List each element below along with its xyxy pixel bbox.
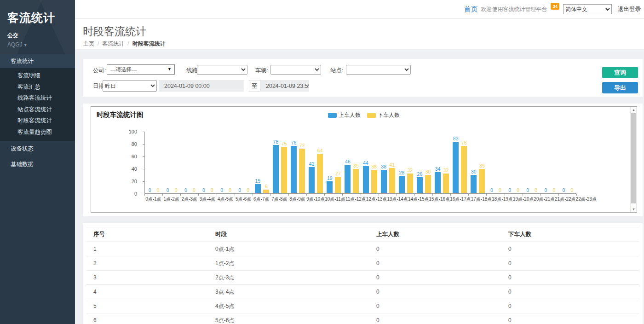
date-end-input[interactable] (260, 80, 309, 92)
table-row: 65点-6点00 (86, 313, 639, 324)
chart-category: 00 (523, 132, 541, 193)
sidebar-section[interactable]: 基础数据 (0, 156, 75, 172)
vehicle-label: 车辆: (255, 67, 268, 75)
notification-badge[interactable]: 34 (551, 3, 559, 10)
x-axis-label: 16点-17点 (450, 196, 471, 202)
bar-value-label: 27 (335, 171, 341, 176)
scrollbar-thumb[interactable] (631, 113, 636, 203)
station-select[interactable] (346, 65, 411, 75)
bar-value-label: 0 (149, 187, 151, 193)
y-axis-tick (143, 156, 144, 157)
date-start-input[interactable] (159, 80, 244, 92)
language-select[interactable]: 简体中文 (563, 4, 612, 14)
table-row: 54点-5点00 (86, 299, 639, 313)
sidebar-item[interactable]: 站点客流统计 (0, 104, 75, 116)
x-axis-label-text: 2点-3点 (182, 196, 197, 202)
line-select[interactable] (197, 65, 247, 75)
bar-value-label: 0 (552, 187, 555, 193)
bar-value-label: 42 (309, 161, 315, 167)
export-button[interactable]: 导出 (602, 82, 638, 93)
chart-x-axis-labels: 0点-1点1点-2点2点-3点3点-4点4点-5点5点-6点6点-7点7点-8点… (144, 196, 576, 202)
y-axis-tick (143, 194, 144, 194)
table-cell: 4 (86, 285, 208, 299)
table-cell: 0点-1点 (208, 242, 369, 256)
chart-category: 8376 (451, 132, 469, 193)
bar-value-label: 34 (435, 166, 441, 172)
vehicle-select[interactable] (270, 65, 321, 75)
bar-group: 27 (335, 132, 341, 193)
sidebar-item[interactable]: 线路客流统计 (0, 93, 75, 104)
bar-value-label: 0 (193, 187, 196, 193)
x-axis-tick (397, 194, 415, 196)
sidebar-item[interactable]: 客流量趋势图 (0, 127, 75, 138)
table-cell: 2 (86, 256, 208, 271)
sidebar-section[interactable]: 设备状态 (0, 141, 75, 156)
bar (453, 142, 459, 193)
x-axis-label: 1点-2点 (162, 196, 180, 202)
chart-category: 2832 (397, 132, 415, 193)
bar-group: 76 (291, 132, 297, 193)
query-button[interactable]: 查询 (602, 67, 638, 78)
org-label: 公交 (7, 32, 68, 40)
bar-value-label: 72 (299, 143, 305, 148)
legend-item[interactable]: 下车人数 (367, 111, 400, 119)
x-axis-label: 18点-19点 (492, 196, 513, 202)
x-axis-label: 6点-7点 (253, 196, 270, 202)
breadcrumb-item[interactable]: 客流统计 (102, 40, 124, 47)
x-axis-tick (325, 194, 343, 196)
sidebar-section[interactable]: 客流统计 (0, 54, 75, 68)
scrollbar-up-icon[interactable]: ▲ (631, 108, 637, 111)
bar-value-label: 19 (327, 175, 333, 181)
chart-category: 4639 (343, 132, 361, 193)
legend-label: 上车人数 (339, 111, 361, 119)
breadcrumb-item[interactable]: 主页 (83, 40, 94, 47)
chart-title: 时段车流统计图 (97, 110, 144, 119)
bar (461, 146, 467, 193)
bar-value-label: 0 (202, 187, 205, 193)
home-link[interactable]: 首页 (464, 5, 477, 14)
bar-group: 0 (561, 132, 567, 193)
bar (309, 167, 315, 193)
table-cell: 5 (86, 299, 208, 313)
bar-group: 0 (551, 132, 557, 193)
y-axis-tick-label: 20 (119, 179, 137, 184)
scrollbar-down-icon[interactable]: ▼ (631, 208, 637, 211)
bar-group: 0 (237, 132, 243, 193)
account-dropdown[interactable]: AQGJ▾ (7, 41, 68, 48)
bar-value-label: 0 (167, 187, 169, 193)
bar-value-label: 39 (353, 163, 359, 168)
x-axis-tick (289, 194, 307, 196)
bar-value-label: 0 (157, 187, 160, 193)
bar (435, 172, 441, 193)
bar (417, 177, 423, 193)
account-name: AQGJ (7, 41, 23, 48)
y-axis-tick-label: 80 (119, 141, 137, 147)
x-axis-tick (541, 194, 559, 196)
table-cell: 6 (86, 313, 208, 324)
bar-value-label: 76 (461, 140, 467, 145)
bar-value-label: 38 (381, 164, 386, 169)
company-select[interactable]: ---请选择--- ▼ (107, 64, 175, 75)
bar-group: 0 (219, 132, 225, 193)
chart-category: 00 (145, 132, 163, 193)
x-axis-tick (559, 194, 577, 196)
chart-category: 7875 (271, 132, 289, 193)
x-axis-label: 13点-14点 (387, 196, 408, 202)
table-panel: 序号时段上车人数下车人数 10点-1点0021点-2点0032点-3点0043点… (83, 223, 643, 324)
x-axis-label: 2点-3点 (180, 196, 198, 202)
chart-panel: 时段车流统计图 上车人数下车人数 100806040200 0000000000… (83, 104, 643, 216)
bar-value-label: 0 (563, 187, 565, 193)
sidebar-item[interactable]: 客流明细 (0, 70, 75, 81)
legend-item[interactable]: 上车人数 (328, 111, 361, 119)
app-root: 客流统计 公交 AQGJ▾ 客流统计客流明细客流汇总线路客流统计站点客流统计时段… (0, 0, 644, 324)
logout-link[interactable]: 退出登录 (618, 6, 641, 13)
sidebar-item[interactable]: 时段客流统计 (0, 115, 75, 127)
bar-value-label: 0 (571, 187, 574, 193)
bar-group: 0 (245, 132, 251, 193)
bar-group: 0 (569, 132, 575, 193)
x-axis-tick (433, 194, 451, 196)
bar-value-label: 44 (363, 160, 368, 166)
bar-value-label: 6 (264, 184, 267, 189)
sidebar-item[interactable]: 客流汇总 (0, 81, 75, 93)
date-preset-select[interactable]: 昨日 (103, 80, 157, 92)
